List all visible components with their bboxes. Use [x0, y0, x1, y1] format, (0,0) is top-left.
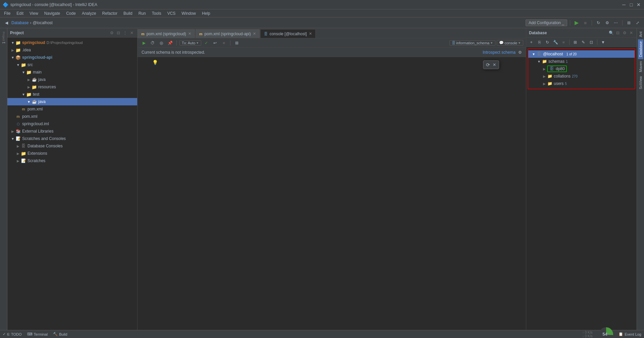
tree-label-db-consoles: Database Consoles	[28, 144, 63, 148]
panel-close-button[interactable]: ✕	[129, 30, 135, 36]
breadcrumb-localhost[interactable]: @localhost	[33, 20, 53, 25]
toolbar-more-button[interactable]: ⋯	[612, 19, 620, 27]
editor-content[interactable]: 💡 ⟳ ✕	[138, 57, 526, 330]
pom-api-icon: m	[21, 106, 26, 112]
db-tree-item-collations[interactable]: ▶ 📁 collations 270	[528, 73, 635, 80]
menu-window[interactable]: Window	[179, 10, 199, 16]
tab-close-pom-api[interactable]: ✕	[253, 32, 256, 36]
db-panel-search-button[interactable]: 🔍	[608, 30, 614, 36]
tree-item-pom-api[interactable]: ▶ m pom.xml	[7, 105, 137, 113]
run-query-button[interactable]: ▶	[140, 39, 148, 47]
toolbar-layout-button[interactable]: ⊞	[625, 19, 633, 27]
minimize-button[interactable]: ─	[621, 2, 627, 7]
tab-pom-springcloud-api[interactable]: m pom.xml (springcloud-api) ✕	[196, 29, 260, 38]
panel-layout-button[interactable]: ⊟	[116, 30, 121, 36]
db-tree-item-users[interactable]: ▶ 📁 users 5	[528, 80, 635, 87]
event-log-button[interactable]: 📋 Event Log	[619, 332, 641, 336]
tree-item-iml[interactable]: ▶ ⬡ springcloud.iml	[7, 120, 137, 128]
sidebar-tab-sciview[interactable]: SciView	[638, 74, 643, 91]
db-tools-button[interactable]: 🔧	[552, 39, 559, 46]
tree-item-main[interactable]: ▼ 📁 main	[7, 68, 137, 76]
explain-button[interactable]: ◎	[158, 39, 165, 47]
tree-item-pom-root[interactable]: ▶ m pom.xml	[7, 113, 137, 120]
build-button[interactable]: 🔨 Build	[53, 332, 67, 336]
commit-button[interactable]: ✓	[203, 39, 210, 47]
menu-refactor[interactable]: Refactor	[100, 10, 120, 16]
todo-button[interactable]: ✓ 6: TODO	[3, 332, 22, 336]
db-stop-button[interactable]: ■	[560, 39, 567, 46]
sidebar-tab-database[interactable]: Database	[638, 39, 643, 59]
db-tree-item-localhost[interactable]: ▼ 🗄 @localhost 1 of 20	[528, 50, 635, 58]
breadcrumb-database[interactable]: Database	[11, 20, 29, 25]
tree-item-springcloud-api[interactable]: ▼ 📦 springcloud-api	[7, 54, 137, 61]
panel-settings-button[interactable]: ⋮	[122, 30, 128, 36]
tree-item-test[interactable]: ▼ 📁 test	[7, 91, 137, 98]
tree-item-extensions[interactable]: ▶ 📁 Extensions	[7, 150, 137, 157]
sidebar-tab-ant[interactable]: Ant	[638, 30, 643, 39]
toolbar-settings-button[interactable]: ⚙	[603, 19, 611, 27]
tree-item-scratches[interactable]: ▶ 📝 Scratches	[7, 157, 137, 164]
grid-button[interactable]: ⊞	[233, 39, 240, 47]
add-configuration-button[interactable]: Add Configuration _	[526, 19, 567, 26]
tree-item-external-libs[interactable]: ▶ 📚 External Libraries	[7, 128, 137, 135]
tab-close-console[interactable]: ✕	[309, 32, 312, 36]
menu-view[interactable]: View	[27, 10, 41, 16]
rollback-button[interactable]: ↩	[211, 39, 219, 47]
db-refresh-button[interactable]: ↻	[544, 39, 551, 46]
menu-run[interactable]: Run	[136, 10, 149, 16]
toolbar-expand-button[interactable]: ⤢	[634, 19, 641, 27]
project-panel-tab[interactable]: 1 Project	[1, 30, 6, 46]
db-panel-close-button[interactable]: ✕	[629, 30, 634, 36]
db-panel-layout-button[interactable]: ⊟	[615, 30, 621, 36]
tx-dropdown[interactable]: Tx: Auto ▼	[179, 40, 201, 46]
session-dropdown[interactable]: 💬 console ▼	[497, 40, 523, 46]
tab-console[interactable]: 🗄 console [@localhost] ✕	[260, 29, 316, 38]
memory-indicator[interactable]: 54%	[599, 327, 613, 338]
tree-item-src[interactable]: ▼ 📁 src	[7, 61, 137, 68]
menu-navigate[interactable]: Navigate	[42, 10, 63, 16]
introspect-schema-link[interactable]: Introspect schema	[483, 50, 516, 55]
tree-item-db-consoles[interactable]: ▶ 🗄 Database Consoles	[7, 142, 137, 150]
db-edit-button[interactable]: ✎	[580, 39, 587, 46]
menu-tools[interactable]: Tools	[149, 10, 164, 16]
history-button[interactable]: ⏱	[149, 39, 156, 47]
menu-file[interactable]: File	[1, 10, 13, 16]
db-filter-button[interactable]: ▼	[599, 39, 607, 46]
db-panel-settings-button[interactable]: ⚙	[622, 30, 627, 36]
terminal-button[interactable]: ⌨ Terminal	[27, 332, 48, 336]
db-tree-item-schemas[interactable]: ▼ 📁 schemas 1	[528, 58, 635, 65]
stop-query-button[interactable]: ■	[220, 39, 227, 47]
tree-item-springcloud[interactable]: ▼ 📁 springcloud D:\Project\springcloud	[7, 39, 137, 46]
tree-arrow-main: ▼	[21, 69, 26, 75]
db-diagram-button[interactable]: ⊡	[588, 39, 595, 46]
sidebar-tab-maven[interactable]: Maven	[638, 59, 643, 74]
stop-button[interactable]: ■	[582, 19, 589, 27]
menu-code[interactable]: Code	[63, 10, 78, 16]
tab-pom-springcloud[interactable]: m pom.xml (springcloud) ✕	[138, 29, 195, 38]
tab-close-pom-sc[interactable]: ✕	[188, 32, 191, 36]
pin-button[interactable]: 📌	[166, 39, 174, 47]
notification-gear-button[interactable]: ⚙	[518, 50, 522, 55]
tree-item-java-test[interactable]: ▼ ☕ java	[7, 98, 137, 105]
panel-gear-button[interactable]: ⚙	[109, 30, 114, 36]
menu-help[interactable]: Help	[199, 10, 213, 16]
tree-item-resources[interactable]: ▶ 📁 resources	[7, 83, 137, 91]
menu-build[interactable]: Build	[121, 10, 135, 16]
db-add-button[interactable]: +	[528, 39, 535, 46]
tree-item-java-main[interactable]: ▶ ☕ java	[7, 76, 137, 83]
maximize-button[interactable]: □	[629, 2, 634, 7]
navigate-back-button[interactable]: ◀	[3, 19, 10, 27]
db-grid-button[interactable]: ⊞	[572, 39, 579, 46]
toolbar-refresh-button[interactable]: ↻	[595, 19, 602, 27]
db-copy-button[interactable]: ⎘	[536, 39, 543, 46]
menu-edit[interactable]: Edit	[14, 10, 26, 16]
tree-item-scratches-consoles[interactable]: ▼ 📝 Scratches and Consoles	[7, 135, 137, 142]
menu-analyze[interactable]: Analyze	[79, 10, 99, 16]
close-popup-button[interactable]: ✕	[493, 62, 496, 67]
schema-dropdown[interactable]: 🗄 information_schema ▼	[449, 40, 495, 46]
tree-item-idea[interactable]: ▶ 📁 .idea	[7, 46, 137, 54]
run-button[interactable]: ▶	[573, 19, 580, 27]
close-button[interactable]: ✕	[636, 2, 641, 7]
db-tree-item-dp80[interactable]: ▶ 🗄 dp80	[528, 65, 635, 73]
menu-vcs[interactable]: VCS	[165, 10, 178, 16]
